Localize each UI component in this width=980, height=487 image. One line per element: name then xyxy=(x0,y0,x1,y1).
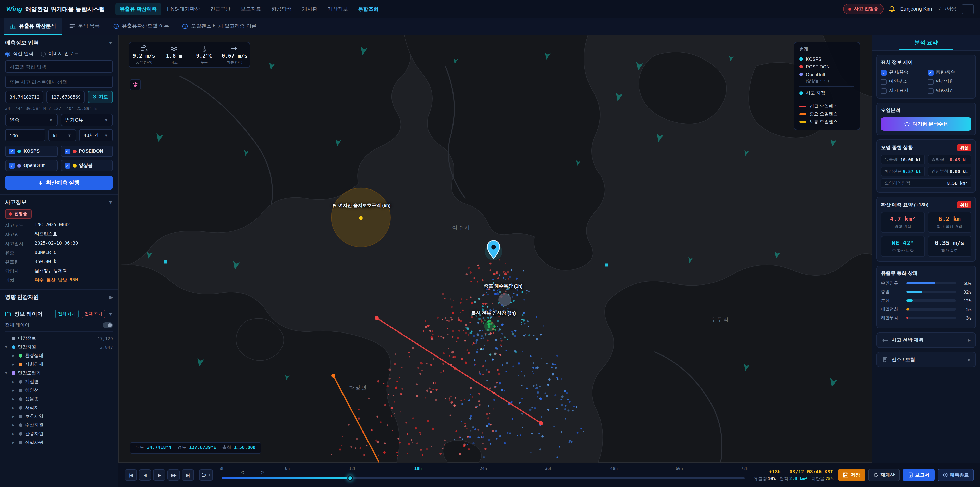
spill-type-select[interactable]: 연속▼ xyxy=(5,114,57,126)
nav-item-6[interactable]: 기상정보 xyxy=(323,3,353,15)
radio-direct-input[interactable]: 직접 입력 xyxy=(5,51,33,57)
nav-item-7[interactable]: 통합조회 xyxy=(354,3,383,15)
layer-item-0[interactable]: 어장정보17,129 xyxy=(5,334,113,343)
nav-item-1[interactable]: HNS·대기확산 xyxy=(162,3,205,15)
menu-button[interactable] xyxy=(962,4,974,14)
display-option-2[interactable]: 예인부표 xyxy=(881,79,924,85)
layer-item-3[interactable]: ▸사회경제 xyxy=(5,360,113,369)
timeline-tick[interactable]: 12h xyxy=(349,466,356,471)
map-canvas[interactable] xyxy=(118,35,872,463)
timeline-tick[interactable]: 24h xyxy=(479,466,487,471)
ship-spec-row[interactable]: 사고 선박 제원 ▸ xyxy=(877,332,976,348)
assistant-paw-button[interactable] xyxy=(130,79,141,90)
tree-chevron-icon[interactable]: ▸ xyxy=(12,431,16,436)
collapse-chevron-icon[interactable]: ▼ xyxy=(108,311,113,316)
model-checkbox-1[interactable]: ✓POSEIDON xyxy=(60,145,113,157)
oil-type-select[interactable]: 벙커C유▼ xyxy=(60,114,113,126)
fence-endpoint[interactable] xyxy=(331,374,335,378)
logout-button[interactable]: 로그아웃 xyxy=(937,6,956,12)
fence-endpoint[interactable] xyxy=(375,316,379,320)
map-pick-button[interactable]: 지도 xyxy=(88,91,113,103)
layer-item-6[interactable]: ▸해안선 xyxy=(5,386,113,395)
buoy-marker[interactable] xyxy=(605,263,608,267)
timeline-tick[interactable]: 0h xyxy=(220,466,224,471)
tab-2[interactable]: 유출유확산모델 이론 xyxy=(107,18,175,35)
tab-analysis-summary[interactable]: 분석 요약 xyxy=(872,35,980,51)
radio-image-upload[interactable]: 이미지 업로드 xyxy=(41,51,79,57)
collapse-chevron-icon[interactable]: ▼ xyxy=(108,200,113,205)
master-layer-toggle[interactable] xyxy=(103,322,113,328)
layer-item-10[interactable]: ▸수산자원 xyxy=(5,421,113,430)
nav-item-5[interactable]: 게시판 xyxy=(298,3,322,15)
fence-endpoint[interactable] xyxy=(539,421,543,425)
longitude-input[interactable] xyxy=(46,91,85,103)
model-checkbox-2[interactable]: ✓OpenDrift xyxy=(5,160,57,171)
all-layers-off-button[interactable]: 전체 끄기 xyxy=(82,310,105,318)
model-checkbox-0[interactable]: ✓KOSPS xyxy=(5,145,57,157)
timeline-bookmark-icon[interactable]: ♡ xyxy=(261,471,264,476)
tab-1[interactable]: 분석 목록 xyxy=(63,18,106,35)
farm-marker[interactable] xyxy=(484,321,495,331)
end-prediction-button[interactable]: 예측종료 xyxy=(938,469,974,481)
tree-chevron-icon[interactable]: ▸ xyxy=(12,388,16,393)
save-button[interactable]: 저장 xyxy=(838,469,865,481)
duration-select[interactable]: 48시간▼ xyxy=(79,129,113,142)
sensitive-resources-section[interactable]: 영향 민감자원 ▶ xyxy=(0,290,118,305)
display-option-1[interactable]: ✓풍향/풍속 xyxy=(928,69,971,76)
layer-item-9[interactable]: ▸보호지역 xyxy=(5,412,113,421)
layer-item-4[interactable]: ▾민감도평가 xyxy=(5,369,113,377)
skip-end-button[interactable]: ▶| xyxy=(182,469,194,481)
timeline-tick[interactable]: 18h xyxy=(414,466,422,471)
tree-chevron-icon[interactable]: ▾ xyxy=(5,371,9,375)
notification-bell-icon[interactable] xyxy=(888,6,895,12)
collapse-chevron-icon[interactable]: ▼ xyxy=(108,40,113,45)
nav-item-2[interactable]: 긴급구난 xyxy=(206,3,235,15)
display-option-3[interactable]: 민감자원 xyxy=(928,79,971,85)
timeline-handle[interactable] xyxy=(347,475,353,481)
timeline-tick[interactable]: 72h xyxy=(741,466,748,471)
display-option-5[interactable]: 날짜시간 xyxy=(928,88,971,94)
fast-forward-button[interactable]: ▶▶ xyxy=(167,469,180,481)
polygon-analysis-button[interactable]: 다각형 분석수행 xyxy=(881,118,971,131)
collapse-chevron-icon[interactable]: ▶ xyxy=(109,295,113,300)
recalculate-button[interactable]: 재계산 xyxy=(868,469,900,481)
display-option-0[interactable]: ✓유향/유속 xyxy=(881,69,924,76)
layer-item-12[interactable]: ▸산업자원 xyxy=(5,438,113,447)
tree-chevron-icon[interactable]: ▸ xyxy=(12,353,16,358)
step-back-button[interactable]: ◀ xyxy=(139,469,151,481)
incident-name-input[interactable] xyxy=(5,60,113,72)
nav-item-0[interactable]: 유출유 확산예측 xyxy=(115,3,162,15)
timeline-tick[interactable]: 60h xyxy=(676,466,683,471)
beach-marker[interactable] xyxy=(499,294,511,306)
layer-item-2[interactable]: ▸환경생태 xyxy=(5,351,113,360)
timeline-tick[interactable]: 6h xyxy=(285,466,290,471)
buoy-marker[interactable] xyxy=(164,260,167,263)
timeline-track-area[interactable]: 0h6h12h18h24h36h48h60h72h ♡♡ xyxy=(222,465,745,485)
tab-0[interactable]: 유출유 확산분석 xyxy=(4,18,62,35)
tree-chevron-icon[interactable]: ▸ xyxy=(12,362,16,367)
layer-item-7[interactable]: ▸생물종 xyxy=(5,395,113,404)
skip-start-button[interactable]: |◀ xyxy=(124,469,137,481)
run-prediction-button[interactable]: 확산예측 실행 xyxy=(5,176,113,190)
tree-chevron-icon[interactable]: ▸ xyxy=(12,414,16,419)
amount-input[interactable] xyxy=(5,129,45,142)
tree-chevron-icon[interactable]: ▸ xyxy=(12,397,16,401)
layer-item-1[interactable]: ▾민감자원3,947 xyxy=(5,343,113,351)
unit-select[interactable]: kL▼ xyxy=(48,129,76,142)
incident-list-input[interactable] xyxy=(5,76,113,88)
tree-chevron-icon[interactable]: ▸ xyxy=(12,423,16,428)
nav-item-4[interactable]: 항공탐색 xyxy=(267,3,297,15)
tree-chevron-icon[interactable]: ▸ xyxy=(12,380,16,384)
tab-3[interactable]: 오일펜스 배치 알고리즘 이론 xyxy=(177,18,263,35)
latitude-input[interactable] xyxy=(5,91,43,103)
layer-item-11[interactable]: ▸관광자원 xyxy=(5,430,113,438)
report-button[interactable]: 보고서 xyxy=(903,469,935,481)
play-button[interactable]: ▶ xyxy=(153,469,165,481)
owner-insurance-row[interactable]: 선주 / 보험 ▸ xyxy=(877,352,976,367)
timeline-tick[interactable]: 48h xyxy=(610,466,617,471)
tree-chevron-icon[interactable]: ▸ xyxy=(12,440,16,445)
timeline-tick[interactable]: 36h xyxy=(545,466,552,471)
display-option-4[interactable]: 시간 표시 xyxy=(881,88,924,94)
model-checkbox-3[interactable]: ✓앙상블 xyxy=(60,160,113,171)
all-layers-on-button[interactable]: 전체 켜기 xyxy=(55,310,78,318)
